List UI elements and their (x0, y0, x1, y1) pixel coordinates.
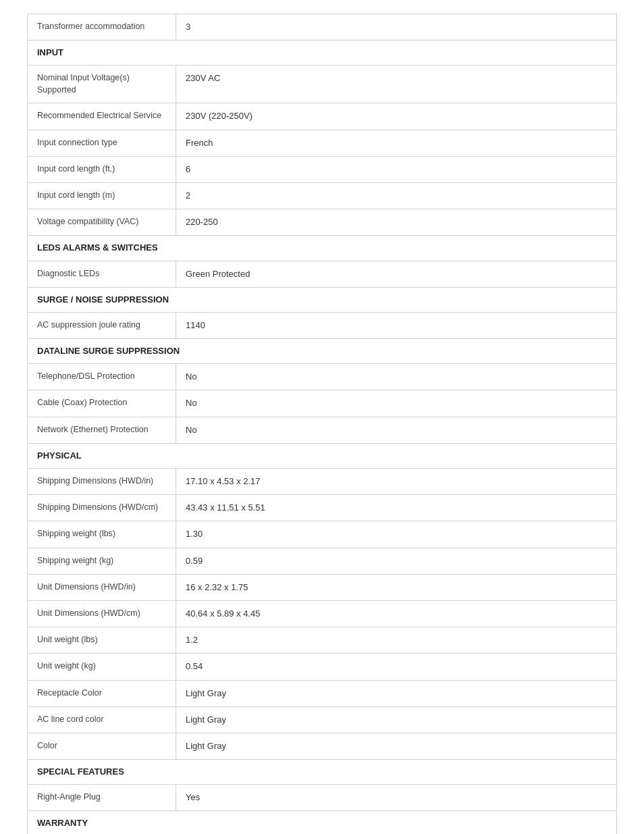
row-label: Input connection type (28, 130, 176, 156)
table-row: Shipping weight (lbs)1.30 (28, 521, 617, 548)
row-label: Telephone/DSL Protection (28, 364, 176, 390)
row-value: French (176, 130, 617, 156)
row-label: Unit weight (lbs) (28, 627, 176, 654)
table-row: Recommended Electrical Service230V (220-… (28, 103, 617, 130)
row-value: 1.2 (176, 627, 617, 654)
table-row: Shipping Dimensions (HWD/in)17.10 x 4.53… (28, 469, 617, 495)
table-row: Cable (Coax) ProtectionNo (28, 390, 617, 417)
table-row: AC line cord colorLight Gray (28, 706, 617, 733)
row-label: Recommended Electrical Service (28, 103, 176, 130)
table-row: Transformer accommodation3 (28, 14, 617, 41)
table-row: Input connection typeFrench (28, 130, 617, 156)
row-value: Yes (176, 785, 617, 811)
row-label: Shipping Dimensions (HWD/in) (28, 469, 176, 495)
table-row: Telephone/DSL ProtectionNo (28, 364, 617, 390)
row-label: AC line cord color (28, 706, 176, 733)
section-header: WARRANTY (28, 811, 617, 834)
row-value: 2 (176, 182, 617, 209)
row-value: 230V AC (176, 66, 617, 103)
section-header: LEDS ALARMS & SWITCHES (28, 236, 617, 261)
table-row: Receptacle ColorLight Gray (28, 680, 617, 706)
row-label: Diagnostic LEDs (28, 261, 176, 287)
row-label: Input cord length (ft.) (28, 156, 176, 182)
row-value: 6 (176, 156, 617, 182)
table-row: Unit Dimensions (HWD/in)16 x 2.32 x 1.75 (28, 574, 617, 600)
row-label: Input cord length (m) (28, 182, 176, 209)
table-row: Unit weight (kg)0.54 (28, 654, 617, 680)
section-header: INPUT (28, 41, 617, 66)
row-label: Right-Angle Plug (28, 785, 176, 811)
row-label: Shipping weight (lbs) (28, 521, 176, 548)
row-label: Transformer accommodation (28, 14, 176, 41)
table-row: Shipping Dimensions (HWD/cm)43.43 x 11.5… (28, 495, 617, 521)
row-value: 17.10 x 4.53 x 2.17 (176, 469, 617, 495)
table-row: Nominal Input Voltage(s) Supported230V A… (28, 66, 617, 103)
table-row: Diagnostic LEDsGreen Protected (28, 261, 617, 287)
table-row: ColorLight Gray (28, 733, 617, 759)
table-row: Network (Ethernet) ProtectionNo (28, 417, 617, 443)
row-value: Light Gray (176, 706, 617, 733)
row-label: Unit weight (kg) (28, 654, 176, 680)
row-value: 1140 (176, 312, 617, 338)
table-row: AC suppression joule rating1140 (28, 312, 617, 338)
table-row: Right-Angle PlugYes (28, 785, 617, 811)
section-header-label: INPUT (28, 41, 617, 66)
table-row: Input cord length (ft.)6 (28, 156, 617, 182)
row-value: No (176, 390, 617, 417)
row-label: Voltage compatibility (VAC) (28, 209, 176, 236)
section-header-label: SURGE / NOISE SUPPRESSION (28, 287, 617, 312)
section-header: DATALINE SURGE SUPPRESSION (28, 339, 617, 364)
row-value: 43.43 x 11.51 x 5.51 (176, 495, 617, 521)
section-header: SPECIAL FEATURES (28, 760, 617, 785)
row-label: Receptacle Color (28, 680, 176, 706)
section-header-label: WARRANTY (28, 811, 617, 834)
row-value: Light Gray (176, 680, 617, 706)
row-value: Green Protected (176, 261, 617, 287)
row-value: 0.54 (176, 654, 617, 680)
row-label: Unit Dimensions (HWD/in) (28, 574, 176, 600)
row-label: Color (28, 733, 176, 759)
section-header-label: DATALINE SURGE SUPPRESSION (28, 339, 617, 364)
table-row: Voltage compatibility (VAC)220-250 (28, 209, 617, 236)
row-value: 40.64 x 5.89 x 4.45 (176, 600, 617, 627)
row-value: No (176, 364, 617, 390)
row-value: 230V (220-250V) (176, 103, 617, 130)
row-label: Shipping weight (kg) (28, 548, 176, 574)
row-label: Unit Dimensions (HWD/cm) (28, 600, 176, 627)
row-label: Shipping Dimensions (HWD/cm) (28, 495, 176, 521)
row-value: 16 x 2.32 x 1.75 (176, 574, 617, 600)
table-row: Shipping weight (kg)0.59 (28, 548, 617, 574)
row-value: 0.59 (176, 548, 617, 574)
row-label: Cable (Coax) Protection (28, 390, 176, 417)
row-value: Light Gray (176, 733, 617, 759)
section-header-label: SPECIAL FEATURES (28, 760, 617, 785)
row-value: 1.30 (176, 521, 617, 548)
spec-table: Transformer accommodation3INPUTNominal I… (27, 14, 617, 834)
row-label: Network (Ethernet) Protection (28, 417, 176, 443)
table-row: Unit Dimensions (HWD/cm)40.64 x 5.89 x 4… (28, 600, 617, 627)
row-label: Nominal Input Voltage(s) Supported (28, 66, 176, 103)
section-header-label: LEDS ALARMS & SWITCHES (28, 236, 617, 261)
section-header-label: PHYSICAL (28, 443, 617, 468)
row-value: 3 (176, 14, 617, 41)
table-row: Unit weight (lbs)1.2 (28, 627, 617, 654)
section-header: PHYSICAL (28, 443, 617, 468)
row-label: AC suppression joule rating (28, 312, 176, 338)
table-row: Input cord length (m)2 (28, 182, 617, 209)
row-value: No (176, 417, 617, 443)
row-value: 220-250 (176, 209, 617, 236)
section-header: SURGE / NOISE SUPPRESSION (28, 287, 617, 312)
